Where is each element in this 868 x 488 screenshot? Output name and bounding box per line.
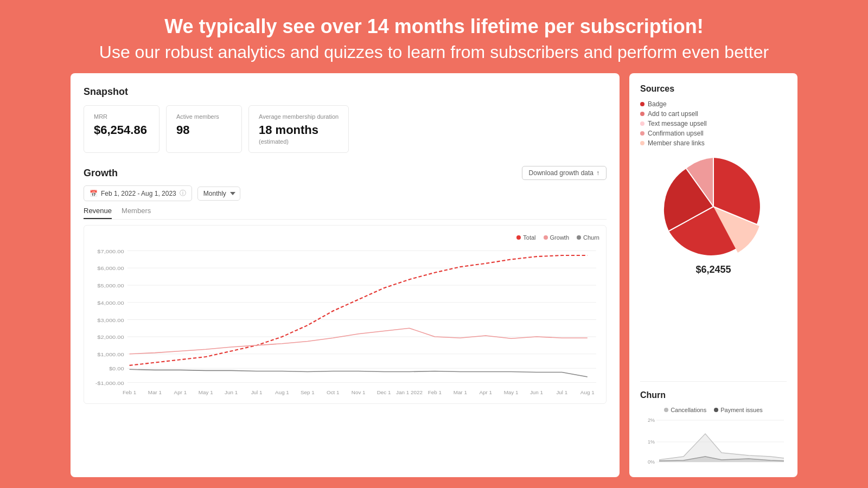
text-upsell-label: Text message upsell [648, 120, 707, 127]
hero-section: We typically see over 14 months lifetime… [0, 0, 868, 73]
confirmation-label: Confirmation upsell [648, 130, 704, 137]
legend-text-upsell: Text message upsell [640, 120, 787, 127]
confirmation-dot [640, 131, 644, 136]
sources-section: Sources Badge Add to cart upsell Text me… [640, 84, 787, 373]
svg-text:Jun 1: Jun 1 [530, 390, 543, 395]
svg-text:Jul 1: Jul 1 [251, 390, 263, 395]
date-range-picker[interactable]: 📅 Feb 1, 2022 - Aug 1, 2023 ⓘ [84, 185, 192, 201]
svg-text:Feb 1: Feb 1 [123, 390, 136, 395]
badge-label: Badge [648, 100, 667, 108]
active-members-card: Active members 98 [166, 105, 242, 153]
svg-text:1%: 1% [648, 439, 655, 445]
svg-text:May 1: May 1 [199, 390, 213, 395]
svg-text:Oct 1: Oct 1 [327, 390, 340, 395]
svg-text:$1,000.00: $1,000.00 [97, 352, 124, 357]
svg-text:Sep 1: Sep 1 [301, 390, 315, 395]
hero-line1: We typically see over 14 months lifetime… [22, 15, 846, 38]
churn-line [130, 369, 588, 377]
total-label: Total [523, 234, 535, 241]
legend-share-links: Member share links [640, 139, 787, 147]
svg-text:$0.00: $0.00 [109, 366, 124, 371]
avg-duration-card: Average membership duration 18 months (e… [248, 105, 349, 153]
hero-line2: Use our robust analytics and quizzes to … [22, 42, 846, 62]
share-links-label: Member share links [648, 139, 705, 147]
svg-text:Jan 1 2022: Jan 1 2022 [396, 390, 423, 395]
growth-chart-svg: $7,000.00 $6,000.00 $5,000.00 $4,000.00 … [91, 245, 599, 397]
pie-chart-svg [654, 152, 773, 261]
svg-text:$3,000.00: $3,000.00 [97, 317, 124, 323]
growth-title: Growth [84, 168, 118, 179]
mrr-label: MRR [94, 113, 149, 120]
growth-label: Growth [550, 234, 569, 241]
svg-text:Mar 1: Mar 1 [454, 390, 467, 395]
payment-issues-label: Payment issues [720, 407, 763, 413]
churn-dot [577, 235, 581, 240]
add-to-cart-label: Add to cart upsell [648, 110, 698, 118]
snapshot-title: Snapshot [84, 86, 607, 98]
active-members-label: Active members [176, 113, 232, 120]
payment-issues-dot [714, 408, 718, 412]
mrr-card: MRR $6,254.86 [84, 105, 159, 153]
right-panel: Sources Badge Add to cart upsell Text me… [629, 73, 797, 477]
tab-members[interactable]: Members [122, 207, 151, 219]
total-line [130, 255, 588, 365]
total-dot [516, 235, 521, 240]
svg-text:Apr 1: Apr 1 [174, 390, 187, 395]
panel-divider [640, 381, 787, 382]
churn-chart-svg: 2% 1% 0% [640, 418, 787, 466]
badge-dot [640, 102, 644, 106]
download-growth-button[interactable]: Download growth data ↑ [522, 166, 607, 180]
legend-total: Total [516, 234, 535, 241]
svg-text:May 1: May 1 [504, 390, 519, 395]
cancellations-label: Cancellations [671, 407, 706, 413]
svg-text:Mar 1: Mar 1 [148, 390, 162, 395]
avg-duration-label: Average membership duration [259, 113, 339, 120]
sources-title: Sources [640, 84, 787, 94]
pie-value: $6,2455 [695, 264, 731, 275]
growth-chart-container: Total Growth Churn [84, 225, 607, 404]
svg-text:$4,000.00: $4,000.00 [97, 300, 124, 306]
date-filter-row: 📅 Feb 1, 2022 - Aug 1, 2023 ⓘ Monthly [84, 185, 607, 201]
legend-add-to-cart: Add to cart upsell [640, 110, 787, 118]
svg-text:-$1,000.00: -$1,000.00 [95, 381, 124, 386]
svg-text:$7,000.00: $7,000.00 [97, 249, 124, 254]
churn-label: Churn [583, 234, 599, 241]
payment-issues-legend-item: Payment issues [714, 407, 763, 413]
svg-text:2%: 2% [648, 418, 655, 423]
svg-text:Dec 1: Dec 1 [377, 390, 391, 395]
churn-legend: Cancellations Payment issues [640, 407, 787, 413]
avg-duration-value: 18 months [259, 123, 339, 137]
legend-growth: Growth [544, 234, 569, 241]
date-range-text: Feb 1, 2022 - Aug 1, 2023 [101, 190, 176, 197]
info-icon: ⓘ [180, 189, 186, 198]
snapshot-cards: MRR $6,254.86 Active members 98 Average … [84, 105, 607, 153]
churn-section: Churn Cancellations Payment issues [640, 390, 787, 466]
svg-text:0%: 0% [648, 459, 655, 465]
legend-churn: Churn [577, 234, 599, 241]
svg-text:Feb 1: Feb 1 [428, 390, 442, 395]
cancellations-legend-item: Cancellations [664, 407, 706, 413]
svg-text:Aug 1: Aug 1 [275, 390, 289, 395]
chart-svg-wrapper: $7,000.00 $6,000.00 $5,000.00 $4,000.00 … [91, 245, 599, 397]
svg-text:Nov 1: Nov 1 [352, 390, 366, 395]
svg-text:$2,000.00: $2,000.00 [97, 335, 124, 340]
mrr-value: $6,254.86 [94, 123, 149, 137]
text-upsell-dot [640, 121, 644, 126]
tab-revenue[interactable]: Revenue [84, 207, 112, 219]
download-icon: ↑ [596, 169, 599, 177]
download-label: Download growth data [529, 169, 593, 177]
chart-tabs: Revenue Members [84, 207, 607, 220]
svg-text:Jul 1: Jul 1 [556, 390, 567, 395]
growth-header: Growth Download growth data ↑ [84, 166, 607, 180]
active-members-value: 98 [176, 123, 232, 137]
svg-text:Jun 1: Jun 1 [225, 390, 238, 395]
svg-text:Aug 1: Aug 1 [580, 390, 595, 395]
churn-chart-area: 2% 1% 0% [640, 418, 787, 466]
growth-line [130, 328, 588, 354]
cancellations-fill [659, 434, 784, 462]
pie-container: $6,2455 [640, 152, 787, 275]
chart-legend: Total Growth Churn [91, 234, 599, 241]
frequency-select[interactable]: Monthly [197, 187, 240, 201]
growth-dot [544, 235, 548, 240]
left-panel: Snapshot MRR $6,254.86 Active members 98… [71, 73, 620, 477]
